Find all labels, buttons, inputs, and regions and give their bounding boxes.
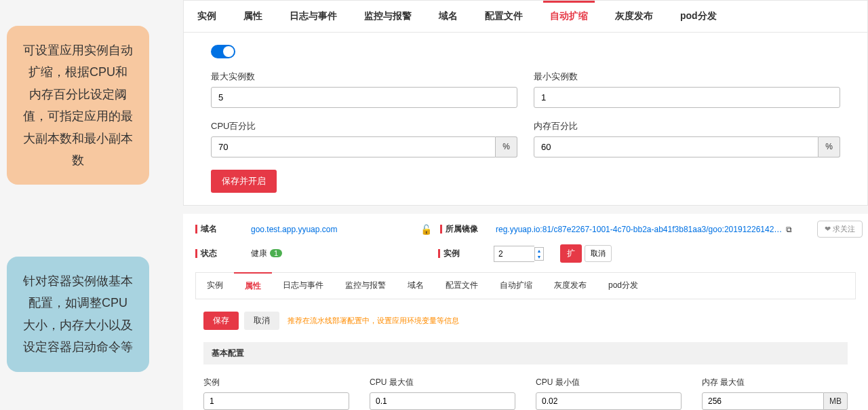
tab-attributes[interactable]: 属性 bbox=[230, 1, 276, 32]
max-instance-input[interactable] bbox=[211, 87, 517, 108]
tab-autoscale[interactable]: 自动扩缩 bbox=[536, 1, 601, 32]
tab2-pod[interactable]: pod分发 bbox=[597, 273, 649, 299]
tab-config[interactable]: 配置文件 bbox=[471, 1, 536, 32]
tabs-top: 实例 属性 日志与事件 监控与报警 域名 配置文件 自动扩缩 灰度发布 pod分… bbox=[184, 1, 867, 33]
cancel-button[interactable]: 取消 bbox=[244, 312, 279, 330]
autoscale-panel: 实例 属性 日志与事件 监控与报警 域名 配置文件 自动扩缩 灰度发布 pod分… bbox=[183, 0, 868, 206]
min-instance-input[interactable] bbox=[534, 87, 840, 108]
unlock-icon: 🔓 bbox=[420, 224, 432, 235]
tab-canary[interactable]: 灰度发布 bbox=[601, 1, 667, 32]
tab-monitor[interactable]: 监控与报警 bbox=[351, 1, 425, 32]
cpumin-label: CPU 最小值 bbox=[536, 377, 682, 388]
max-instance-label: 最大实例数 bbox=[211, 71, 517, 83]
config-panel: 域名 goo.test.app.yyuap.com 🔓 所属镜像 reg.yyu… bbox=[183, 214, 868, 410]
inst-input[interactable] bbox=[203, 392, 349, 410]
tab-domain[interactable]: 域名 bbox=[425, 1, 471, 32]
save-enable-button[interactable]: 保存并开启 bbox=[211, 170, 277, 193]
mem-pct-input[interactable] bbox=[534, 136, 818, 157]
status-value: 健康1 bbox=[243, 248, 282, 259]
scale-cancel-button[interactable]: 取消 bbox=[585, 245, 612, 262]
cpu-pct-label: CPU百分比 bbox=[211, 120, 517, 132]
status-badge: 1 bbox=[270, 249, 282, 257]
image-link[interactable]: reg.yyuap.io:81/c87e2267-1001-4c70-bb2a-… bbox=[488, 225, 782, 234]
attributes-body: 保存 取消 推荐在流水线部署配置中，设置应用环境变量等信息 基本配置 实例 CP… bbox=[183, 299, 868, 410]
meta-row: 域名 goo.test.app.yyuap.com 🔓 所属镜像 reg.yyu… bbox=[183, 214, 868, 244]
follow-label: 求关注 bbox=[833, 225, 855, 233]
inst-label: 实例 bbox=[203, 377, 349, 388]
percent-suffix: % bbox=[818, 136, 840, 157]
tab-pod[interactable]: pod分发 bbox=[667, 1, 730, 32]
cpumax-label: CPU 最大值 bbox=[370, 377, 515, 388]
mem-pct-label: 内存百分比 bbox=[534, 120, 840, 132]
autoscale-body: 最大实例数 最小实例数 CPU百分比 % 内存百分比 % bbox=[184, 33, 867, 205]
meta-row2: 状态 健康1 实例 ▲▼ 扩 取消 bbox=[183, 244, 868, 272]
tab2-attributes[interactable]: 属性 bbox=[234, 272, 272, 299]
min-instance-label: 最小实例数 bbox=[534, 71, 840, 83]
cpumax-input[interactable] bbox=[370, 392, 515, 410]
image-label: 所属镜像 bbox=[440, 223, 488, 235]
basic-config-header: 基本配置 bbox=[203, 342, 848, 365]
spin-up-icon[interactable]: ▲ bbox=[535, 248, 543, 254]
copy-icon[interactable]: ⧉ bbox=[786, 225, 792, 234]
tab2-logs[interactable]: 日志与事件 bbox=[272, 273, 334, 299]
tab2-config[interactable]: 配置文件 bbox=[435, 273, 489, 299]
memmax-label: 内存 最大值 bbox=[702, 377, 848, 388]
pipeline-hint: 推荐在流水线部署配置中，设置应用环境变量等信息 bbox=[288, 316, 459, 326]
tab2-autoscale[interactable]: 自动扩缩 bbox=[489, 273, 543, 299]
domain-label: 域名 bbox=[195, 223, 243, 235]
tab-instance[interactable]: 实例 bbox=[184, 1, 230, 32]
status-label: 状态 bbox=[195, 248, 243, 259]
callout-autoscale: 可设置应用实例自动扩缩，根据CPU和内存百分比设定阈值，可指定应用的最大副本数和… bbox=[7, 26, 149, 185]
tab-logs[interactable]: 日志与事件 bbox=[276, 1, 351, 32]
save-button[interactable]: 保存 bbox=[203, 312, 239, 330]
callout-basicconfig: 针对容器实例做基本配置，如调整CPU大小，内存大小以及设定容器启动命令等 bbox=[7, 257, 149, 372]
tab2-monitor[interactable]: 监控与报警 bbox=[334, 273, 397, 299]
follow-button[interactable]: ❤ 求关注 bbox=[817, 221, 863, 238]
tab2-instance[interactable]: 实例 bbox=[196, 273, 234, 299]
instance-count-input[interactable] bbox=[494, 246, 534, 262]
spin-down-icon[interactable]: ▼ bbox=[535, 254, 543, 260]
domain-link[interactable]: goo.test.app.yyuap.com bbox=[243, 225, 337, 234]
percent-suffix: % bbox=[496, 136, 517, 157]
scale-button[interactable]: 扩 bbox=[560, 244, 582, 263]
instance-label: 实例 bbox=[438, 248, 486, 259]
tab2-canary[interactable]: 灰度发布 bbox=[543, 273, 597, 299]
tabs-bottom: 实例 属性 日志与事件 监控与报警 域名 配置文件 自动扩缩 灰度发布 pod分… bbox=[195, 272, 856, 299]
mb-suffix: MB bbox=[824, 392, 848, 410]
memmax-input[interactable] bbox=[702, 392, 824, 410]
cpu-pct-input[interactable] bbox=[211, 136, 496, 157]
tab2-domain[interactable]: 域名 bbox=[397, 273, 435, 299]
autoscale-toggle[interactable] bbox=[211, 45, 235, 58]
cpumin-input[interactable] bbox=[536, 392, 682, 410]
